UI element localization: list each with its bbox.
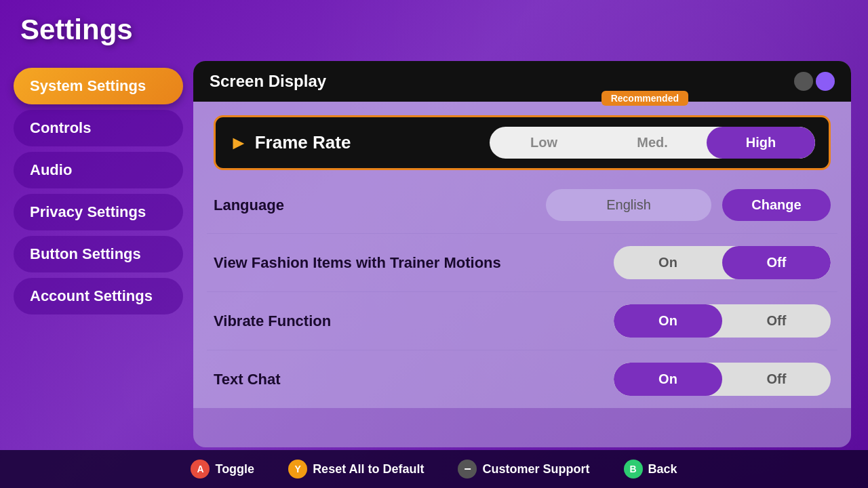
setting-row-language: Language English Change xyxy=(207,177,837,234)
text-chat-on-button[interactable]: On xyxy=(614,363,722,396)
text-chat-toggle: On Off xyxy=(614,363,831,396)
reset-label: Reset All to Default xyxy=(313,462,424,476)
language-value: English xyxy=(546,189,711,221)
section-header: Screen Display xyxy=(193,61,851,102)
b-button-icon: B xyxy=(624,460,643,479)
settings-body: Recommended ► Frame Rate Low Med. High L… xyxy=(193,102,851,408)
fashion-label: View Fashion Items with Trainer Motions xyxy=(214,254,614,272)
sidebar-item-account-settings[interactable]: Account Settings xyxy=(14,278,183,314)
sidebar-item-controls[interactable]: Controls xyxy=(14,110,183,146)
minus-button-icon: − xyxy=(458,460,477,479)
frame-rate-row: ► Frame Rate Low Med. High xyxy=(214,115,831,170)
frame-option-high[interactable]: High xyxy=(707,127,815,159)
back-label: Back xyxy=(648,462,677,476)
arrow-icon: ► xyxy=(229,132,248,154)
setting-row-fashion: View Fashion Items with Trainer Motions … xyxy=(207,234,837,292)
vibrate-toggle: On Off xyxy=(614,304,831,338)
sidebar-item-system-settings[interactable]: System Settings xyxy=(14,68,183,104)
language-label: Language xyxy=(214,197,546,214)
frame-rate-options: Low Med. High xyxy=(490,127,815,159)
bottom-bar: A Toggle Y Reset All to Default − Custom… xyxy=(0,450,868,488)
frame-rate-label: Frame Rate xyxy=(255,132,490,153)
customer-support-action: − Customer Support xyxy=(458,460,589,479)
back-action: B Back xyxy=(624,460,677,479)
text-chat-off-button[interactable]: Off xyxy=(722,363,831,396)
sidebar-item-privacy-settings[interactable]: Privacy Settings xyxy=(14,194,183,230)
frame-option-med[interactable]: Med. xyxy=(598,127,707,159)
page-title: Settings xyxy=(20,14,133,46)
section-title: Screen Display xyxy=(210,72,326,91)
recommended-badge: Recommended xyxy=(601,91,688,106)
toggle-dot-2 xyxy=(816,72,835,91)
main-content: Screen Display Recommended ► Frame Rate … xyxy=(193,61,851,447)
language-group: English Change xyxy=(546,189,831,221)
toggle-action: A Toggle xyxy=(191,460,254,479)
text-chat-label: Text Chat xyxy=(214,371,614,388)
fashion-toggle: On Off xyxy=(614,246,831,279)
a-button-icon: A xyxy=(191,460,210,479)
setting-row-vibrate: Vibrate Function On Off xyxy=(207,292,837,350)
sidebar-item-button-settings[interactable]: Button Settings xyxy=(14,236,183,272)
toggle-label: Toggle xyxy=(215,462,254,476)
frame-rate-wrapper: Recommended ► Frame Rate Low Med. High xyxy=(207,102,837,177)
sidebar-item-audio[interactable]: Audio xyxy=(14,152,183,188)
header-toggle[interactable] xyxy=(794,72,835,91)
language-change-button[interactable]: Change xyxy=(722,189,831,221)
vibrate-off-button[interactable]: Off xyxy=(722,304,831,338)
customer-support-label: Customer Support xyxy=(482,462,589,476)
vibrate-on-button[interactable]: On xyxy=(614,304,722,338)
toggle-dot-1 xyxy=(794,72,813,91)
vibrate-label: Vibrate Function xyxy=(214,312,614,330)
fashion-on-button[interactable]: On xyxy=(614,246,722,279)
fashion-off-button[interactable]: Off xyxy=(722,246,831,279)
reset-action: Y Reset All to Default xyxy=(288,460,424,479)
frame-option-low[interactable]: Low xyxy=(490,127,598,159)
y-button-icon: Y xyxy=(288,460,307,479)
sidebar: System Settings Controls Audio Privacy S… xyxy=(14,68,183,314)
setting-row-text-chat: Text Chat On Off xyxy=(207,350,837,408)
